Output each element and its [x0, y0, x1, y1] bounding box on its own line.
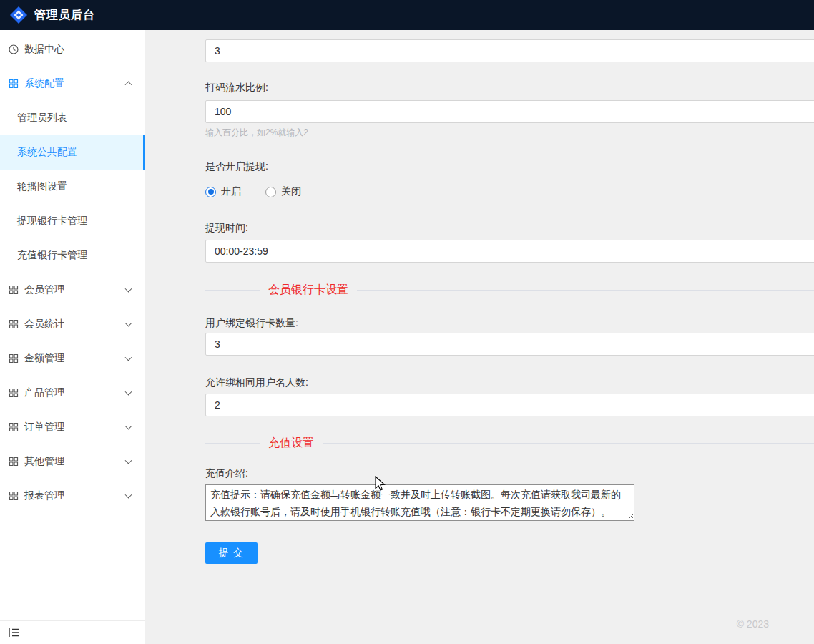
sidebar-item-member-stats[interactable]: 会员统计 — [0, 307, 145, 341]
grid-icon — [9, 79, 19, 89]
grid-icon — [9, 319, 19, 329]
radio-option-on[interactable]: 开启 — [205, 185, 241, 198]
sidebar-item-product-manage[interactable]: 产品管理 — [0, 376, 145, 410]
menu-fold-icon[interactable] — [9, 628, 20, 638]
divider-recharge: 充值设置 — [205, 433, 814, 453]
radio-off-label: 关闭 — [281, 185, 301, 198]
radio-on-label: 开启 — [221, 185, 241, 198]
sidebar-subitem-label: 系统公共配置 — [17, 146, 77, 159]
sidebar-item-label: 系统配置 — [24, 77, 64, 90]
sidebar-subitem-label: 充值银行卡管理 — [17, 249, 87, 262]
topbar: 管理员后台 — [0, 0, 814, 30]
sidebar-item-other-manage[interactable]: 其他管理 — [0, 444, 145, 479]
recharge-intro-label: 充值介绍: — [205, 466, 814, 480]
daima-ratio-hint: 输入百分比，如2%就输入2 — [205, 127, 814, 138]
sidebar-subitem-admin-list[interactable]: 管理员列表 — [0, 101, 145, 135]
sidebar-item-label: 报表管理 — [24, 489, 64, 502]
divider-line — [357, 290, 814, 291]
withdraw-toggle-group: 开启 关闭 — [205, 185, 814, 199]
same-name-count-input[interactable] — [205, 394, 814, 416]
chevron-up-icon — [125, 81, 132, 88]
sidebar-item-member-manage[interactable]: 会员管理 — [0, 273, 145, 307]
submit-button[interactable]: 提 交 — [205, 542, 258, 564]
sidebar-subitem-label: 提现银行卡管理 — [17, 215, 87, 228]
bind-count-label: 用户绑定银行卡数量: — [205, 316, 814, 330]
sidebar-item-label: 金额管理 — [24, 352, 64, 365]
clock-icon — [9, 44, 19, 54]
sidebar-item-report-manage[interactable]: 报表管理 — [0, 479, 145, 513]
app-title: 管理员后台 — [34, 8, 95, 23]
withdraw-time-label: 提现时间: — [205, 220, 814, 235]
sidebar-item-amount-manage[interactable]: 金额管理 — [0, 341, 145, 376]
sidebar-subitem-system-public-config[interactable]: 系统公共配置 — [0, 135, 145, 170]
sidebar-subitem-recharge-bankcard[interactable]: 充值银行卡管理 — [0, 238, 145, 273]
chevron-down-icon — [125, 389, 132, 396]
sidebar-item-system-config[interactable]: 系统配置 — [0, 67, 145, 101]
sidebar-item-data-center[interactable]: 数据中心 — [0, 32, 145, 67]
chevron-down-icon — [125, 492, 132, 499]
sidebar-subitem-carousel-settings[interactable]: 轮播图设置 — [0, 170, 145, 204]
grid-icon — [9, 422, 19, 432]
sidebar-item-label: 其他管理 — [24, 455, 64, 468]
bind-count-input[interactable] — [205, 333, 814, 356]
chevron-down-icon — [125, 457, 132, 464]
main-content: 打码流水比例: 输入百分比，如2%就输入2 是否开启提现: 开启 关闭 提现时间… — [145, 30, 814, 644]
sidebar-subitem-label: 轮播图设置 — [17, 180, 67, 193]
admin-backend-screen: 管理员后台 数据中心 系统配置 — [0, 0, 814, 644]
divider-member-bankcard: 会员银行卡设置 — [205, 280, 814, 300]
grid-icon — [9, 491, 19, 501]
daima-ratio-input[interactable] — [205, 100, 814, 123]
radio-off-icon[interactable] — [265, 187, 276, 197]
grid-icon — [9, 457, 19, 467]
chevron-down-icon — [125, 320, 132, 327]
sidebar-item-order-manage[interactable]: 订单管理 — [0, 410, 145, 444]
divider-recharge-title: 充值设置 — [268, 436, 314, 451]
grid-icon — [9, 285, 19, 295]
withdraw-toggle-label: 是否开启提现: — [205, 159, 814, 173]
divider-line — [205, 290, 260, 291]
sidebar-item-label: 订单管理 — [24, 421, 64, 434]
sidebar-item-label: 产品管理 — [24, 386, 64, 399]
sidebar-item-label: 数据中心 — [24, 43, 64, 56]
sidebar-subitem-label: 管理员列表 — [17, 112, 67, 125]
divider-line — [205, 443, 260, 444]
sidebar-footer — [0, 620, 145, 644]
grid-icon — [9, 388, 19, 398]
top-partial-field-input[interactable] — [205, 39, 814, 62]
radio-on-icon[interactable] — [205, 187, 216, 197]
copyright-text: © 2023 — [737, 618, 769, 630]
withdraw-time-input[interactable] — [205, 240, 814, 263]
chevron-down-icon — [125, 354, 132, 361]
recharge-intro-textarea[interactable]: 充值提示：请确保充值金额与转账金额一致并及时上传转账截图。每次充值请获取我司最新… — [205, 484, 634, 521]
app-logo-diamond-icon — [9, 6, 28, 24]
chevron-down-icon — [125, 423, 132, 430]
daima-ratio-label: 打码流水比例: — [205, 80, 814, 94]
divider-member-bankcard-title: 会员银行卡设置 — [268, 283, 348, 298]
chevron-down-icon — [125, 286, 132, 293]
radio-option-off[interactable]: 关闭 — [265, 185, 301, 198]
sidebar-item-label: 会员管理 — [24, 283, 64, 296]
same-name-count-label: 允许绑相同用户名人数: — [205, 375, 814, 389]
divider-line — [323, 443, 814, 444]
grid-icon — [9, 353, 19, 364]
sidebar: 数据中心 系统配置 管理员列表 系统公共配置 轮播图设置 — [0, 30, 145, 644]
sidebar-menu: 数据中心 系统配置 管理员列表 系统公共配置 轮播图设置 — [0, 30, 145, 513]
sidebar-subitem-withdraw-bankcard[interactable]: 提现银行卡管理 — [0, 204, 145, 238]
sidebar-item-label: 会员统计 — [24, 318, 64, 331]
